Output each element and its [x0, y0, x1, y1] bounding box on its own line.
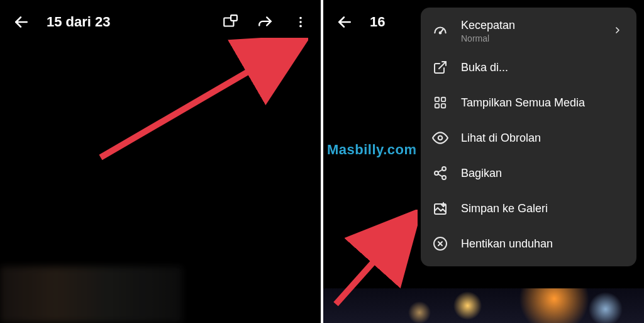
topbar-actions [221, 13, 309, 31]
save-gallery-icon [432, 200, 448, 217]
menu-speed[interactable]: Kecepatan Normal [421, 13, 636, 50]
menu-view-chat-label: Lihat di Obrolan [461, 132, 625, 145]
svg-point-4 [299, 21, 302, 23]
menu-save-label: Simpan ke Galeri [461, 202, 625, 215]
back-arrow-icon [336, 14, 353, 30]
svg-rect-14 [441, 104, 445, 108]
topbar-left: 15 dari 23 [0, 0, 321, 44]
svg-line-10 [439, 62, 446, 69]
video-preview-blur [0, 266, 182, 323]
more-vert-icon [294, 15, 308, 29]
menu-speed-value: Normal [461, 33, 600, 43]
speed-icon [432, 23, 448, 40]
menu-save-gallery[interactable]: Simpan ke Galeri [421, 191, 636, 226]
back-button[interactable] [335, 12, 355, 32]
svg-rect-11 [435, 98, 439, 101]
menu-speed-label: Kecepatan [461, 19, 600, 32]
svg-rect-13 [435, 104, 439, 108]
svg-line-19 [438, 174, 443, 177]
forward-button[interactable] [257, 13, 274, 31]
annotation-arrow-left [94, 38, 308, 164]
menu-show-all[interactable]: Tampilkan Semua Media [421, 85, 636, 120]
more-button[interactable] [292, 13, 309, 31]
menu-open-in[interactable]: Buka di... [421, 50, 636, 85]
cancel-icon [432, 235, 448, 252]
back-arrow-icon [13, 14, 30, 30]
forward-icon [257, 14, 274, 30]
video-preview-night [323, 288, 644, 323]
svg-line-6 [101, 44, 296, 157]
chevron-right-icon [613, 25, 625, 38]
context-menu: Kecepatan Normal Buka di... [421, 8, 636, 266]
menu-stop-download[interactable]: Hentikan unduhan [421, 226, 636, 261]
menu-view-chat[interactable]: Lihat di Obrolan [421, 120, 636, 156]
pip-icon [222, 14, 238, 30]
watermark-text: Masbilly.com [327, 142, 417, 158]
menu-show-all-label: Tampilkan Semua Media [461, 96, 625, 110]
right-screenshot: 16 Masbilly.com Kecepatan Normal [323, 0, 644, 323]
svg-rect-2 [231, 15, 237, 21]
svg-point-5 [299, 25, 302, 28]
eye-icon [432, 130, 448, 146]
menu-share-label: Bagikan [461, 167, 625, 180]
share-icon [432, 165, 448, 181]
grid-icon [432, 94, 448, 111]
svg-point-9 [440, 31, 441, 33]
left-screenshot: 15 dari 23 [0, 0, 321, 323]
menu-stop-label: Hentikan unduhan [461, 237, 625, 251]
svg-rect-12 [441, 98, 445, 101]
back-button[interactable] [11, 12, 31, 32]
svg-point-15 [438, 136, 443, 140]
menu-speed-text: Kecepatan Normal [461, 19, 600, 43]
menu-share[interactable]: Bagikan [421, 156, 636, 191]
svg-line-20 [438, 170, 443, 173]
pip-button[interactable] [221, 13, 239, 31]
menu-open-in-label: Buka di... [461, 61, 625, 74]
media-counter: 15 dari 23 [47, 14, 221, 30]
svg-point-3 [299, 17, 302, 20]
open-external-icon [432, 59, 448, 76]
